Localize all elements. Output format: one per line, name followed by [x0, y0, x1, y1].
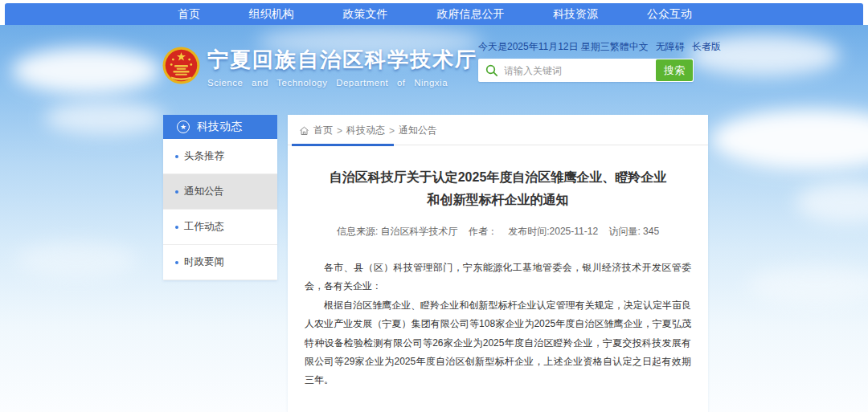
breadcrumb-separator: > — [337, 125, 342, 137]
bullet-dot-icon — [175, 226, 178, 229]
national-emblem-logo — [162, 47, 200, 84]
nav-item-tech-resources[interactable]: 科技资源 — [545, 3, 606, 25]
nav-item-home[interactable]: 首页 — [170, 3, 208, 25]
sidebar-title: 科技动态 — [197, 120, 242, 134]
sidebar-item-label: 通知公告 — [184, 185, 224, 198]
nav-item-organization[interactable]: 组织机构 — [241, 3, 302, 25]
link-accessibility[interactable]: 无障碍 — [656, 40, 685, 54]
search-icon — [485, 64, 498, 77]
search-bar: 搜索 — [478, 59, 694, 82]
breadcrumb-home[interactable]: 首页 — [313, 124, 333, 137]
site-title: 宁夏回族自治区科学技术厅 — [207, 47, 477, 73]
breadcrumb: 首页 > 科技动态 > 通知公告 — [288, 115, 708, 145]
sidebar-menu: 头条推荐 通知公告 工作动态 时政要闻 — [163, 139, 277, 280]
search-button[interactable]: 搜索 — [656, 59, 693, 81]
cloud-decoration — [44, 101, 165, 135]
star-circle-icon: ★ — [177, 120, 190, 133]
article-visit-count: 访问量: 345 — [608, 226, 659, 237]
breadcrumb-accent-underline — [292, 144, 394, 146]
article-body: 各市、县（区）科技管理部门，宁东能源化工基地管委会，银川经济技术开发区管委会，各… — [305, 259, 691, 390]
site-brand-text: 宁夏回族自治区科学技术厅 Science and Technology Depa… — [207, 47, 477, 88]
cloud-decoration — [711, 109, 868, 169]
sidebar-header-tech-news[interactable]: ★ 科技动态 — [163, 115, 277, 139]
nav-item-public-interaction[interactable]: 公众互动 — [639, 3, 700, 25]
site-brand[interactable]: 宁夏回族自治区科学技术厅 Science and Technology Depa… — [162, 47, 477, 88]
article-publish-date: 发布时间:2025-11-12 — [508, 226, 598, 237]
sidebar-item-headline-recommend[interactable]: 头条推荐 — [163, 139, 277, 174]
top-utility-bar: 今天是2025年11月12日 星期三 繁體中文 无障碍 长者版 — [478, 40, 702, 54]
current-date-text: 今天是2025年11月12日 星期三 — [478, 40, 610, 54]
top-nav-bar: 首页 组织机构 政策文件 政府信息公开 科技资源 公众互动 — [5, 3, 863, 25]
sidebar-item-political-news[interactable]: 时政要闻 — [163, 245, 277, 280]
bullet-dot-icon — [175, 261, 178, 264]
link-traditional-chinese[interactable]: 繁體中文 — [610, 40, 649, 54]
nav-item-policy-documents[interactable]: 政策文件 — [335, 3, 396, 25]
breadcrumb-separator: > — [389, 125, 395, 137]
search-input[interactable] — [504, 59, 655, 82]
sidebar-item-label: 头条推荐 — [184, 149, 224, 163]
cloud-decoration — [747, 266, 868, 304]
article-meta: 信息来源: 自治区科学技术厅 作者： 发布时间:2025-11-12 访问量: … — [288, 225, 708, 239]
sidebar: ★ 科技动态 头条推荐 通知公告 工作动态 时政要闻 — [163, 115, 277, 280]
home-icon — [299, 126, 309, 136]
sidebar-item-label: 时政要闻 — [184, 255, 224, 269]
sidebar-item-label: 工作动态 — [184, 220, 224, 234]
sidebar-item-work-updates[interactable]: 工作动态 — [163, 210, 277, 245]
sidebar-item-notices[interactable]: 通知公告 — [163, 174, 277, 210]
article-title-line2: 和创新型标杆企业的通知 — [312, 189, 684, 211]
article-title: 自治区科技厅关于认定2025年度自治区雏鹰企业、瞪羚企业 和创新型标杆企业的通知 — [312, 166, 684, 211]
nav-item-gov-info-disclosure[interactable]: 政府信息公开 — [428, 3, 512, 25]
breadcrumb-tech-news[interactable]: 科技动态 — [346, 124, 385, 137]
cloud-decoration — [16, 242, 137, 278]
bullet-dot-icon — [175, 155, 178, 158]
cloud-decoration — [796, 182, 868, 223]
article-source: 信息来源: 自治区科学技术厅 — [337, 226, 458, 237]
link-elderly-version[interactable]: 长者版 — [692, 40, 721, 54]
article-author: 作者： — [469, 226, 497, 237]
cloud-decoration — [12, 47, 161, 94]
bullet-dot-icon — [175, 190, 178, 194]
page: 首页 组织机构 政策文件 政府信息公开 科技资源 公众互动 — [0, 0, 868, 412]
breadcrumb-notices[interactable]: 通知公告 — [399, 124, 437, 137]
main-content-panel: 首页 > 科技动态 > 通知公告 自治区科技厅关于认定2025年度自治区雏鹰企业… — [288, 115, 708, 412]
article-paragraph: 各市、县（区）科技管理部门，宁东能源化工基地管委会，银川经济技术开发区管委会，各… — [305, 259, 691, 296]
article-title-line1: 自治区科技厅关于认定2025年度自治区雏鹰企业、瞪羚企业 — [312, 166, 684, 189]
article-paragraph: 根据自治区雏鹰企业、瞪羚企业和创新型标杆企业认定管理有关规定，决定认定半亩良人农… — [305, 296, 691, 390]
top-nav-menu: 首页 组织机构 政策文件 政府信息公开 科技资源 公众互动 — [170, 3, 700, 25]
site-subtitle: Science and Technology Department of Nin… — [207, 78, 477, 88]
